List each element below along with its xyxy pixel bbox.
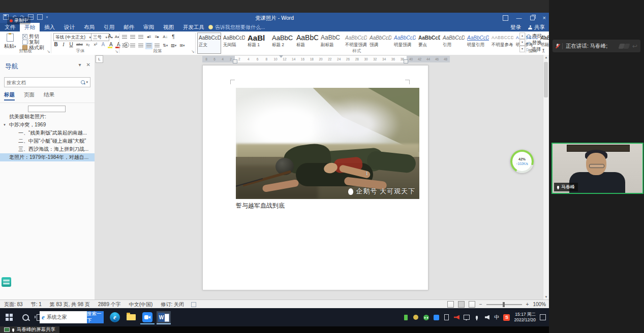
nav-tab[interactable]: 结果 [44,91,54,101]
floating-notes-widget[interactable] [2,277,11,287]
restore-button[interactable] [530,16,535,20]
style-item[interactable]: AaBbCcD 明显引用 [466,32,489,54]
nav-tab[interactable]: 页面 [24,91,35,101]
tell-me-box[interactable]: 告诉我您想要做什么... [208,23,265,31]
search-dropdown-icon[interactable]: ▾ [86,80,88,84]
ribbon-tab[interactable]: 布局 [79,23,99,31]
replace-button[interactable]: ab替换 [527,40,545,46]
nav-close-icon[interactable]: ✕ [86,62,90,68]
zoom-level[interactable]: 100% [533,302,546,307]
accelerator-ball[interactable]: 42% ↑102K/s [510,150,534,173]
status-item[interactable]: 页面: 83 [4,301,23,308]
gallery-up-icon[interactable]: ▴ [519,32,525,39]
sort-icon[interactable]: A↓ [163,34,168,40]
text-effects-icon[interactable]: A [101,42,106,48]
grow-font-icon[interactable]: A▴ [108,34,113,40]
panel-flag-icon[interactable] [623,44,630,49]
style-item[interactable]: AaBbCcD 引用 [441,32,465,54]
security-tray-icon[interactable] [413,314,419,320]
ribbon-tab[interactable]: 邮件 [119,23,139,31]
borders-icon[interactable]: ⊞▾ [179,43,185,49]
style-item[interactable]: AaBbC 标题 [295,32,319,54]
status-item[interactable]: 中文(中国) [129,301,153,308]
paragraph-dialog-launcher-icon[interactable]: ↘ [191,49,195,54]
search-widget-box[interactable]: e 系统之家 [40,311,87,323]
ribbon-display-options-icon[interactable] [503,15,508,21]
proofing-icon[interactable] [191,302,196,307]
italic-button[interactable]: I [61,42,66,48]
outline-item[interactable]: 一、“残美剩饭”武装起的南越... [0,129,95,137]
scroll-up-icon[interactable]: ▲ [543,56,549,59]
updater-tray-icon[interactable] [423,314,429,320]
bullets-icon[interactable] [122,35,127,40]
close-button[interactable]: × [543,15,546,21]
style-item[interactable]: AaBbCcD 要点 [417,32,441,54]
action-center-icon[interactable] [540,314,546,320]
scrollbar-thumb[interactable] [544,62,548,97]
display-tray-icon[interactable] [464,314,470,320]
news-search-widget[interactable]: e 系统之家 搜索一下 [40,311,104,323]
search-icon[interactable] [81,80,85,84]
web-layout-icon[interactable] [469,301,475,308]
font-dialog-launcher-icon[interactable]: ↘ [115,49,118,54]
font-color-button[interactable]: A [116,42,121,48]
style-item[interactable]: AaBbC 标题 2 [270,32,294,54]
align-center-icon[interactable] [130,44,135,48]
status-item[interactable]: 第 83 页, 共 98 页 [50,301,90,308]
style-item[interactable]: AaBbCcDd 无间隔 [222,32,246,54]
reply-arrow-icon[interactable]: ↩ [632,44,637,49]
style-item[interactable]: AaBl 标题 1 [246,32,270,54]
first-line-indent-marker[interactable] [279,55,283,58]
nav-options-icon[interactable]: ▾ [79,62,81,68]
strikethrough-button[interactable]: abc [76,42,83,48]
status-item[interactable]: 修订: 关闭 [161,301,184,308]
print-layout-icon[interactable] [458,301,465,308]
ribbon-tab[interactable]: 开发工具 [178,23,209,31]
ribbon-tab[interactable]: 审阅 [139,23,159,31]
outline-item[interactable]: 二、中国“小艇”碰上南越“大舰” [0,137,95,145]
meeting-tray-icon[interactable] [433,314,439,320]
nav-search-input[interactable] [5,80,81,85]
paste-button[interactable]: 粘贴▾ [4,34,16,50]
superscript-button[interactable]: x² [93,42,98,48]
document-page[interactable]: I 企鹅号 大可观天下 誓与越军血战到底 [202,65,428,290]
tab-stop-selector[interactable]: L [96,55,103,63]
tencent-meeting-icon[interactable] [140,311,155,324]
ribbon-tab[interactable]: 设计 [59,23,79,31]
nav-tab[interactable]: 标题 [4,91,15,101]
search-widget-button[interactable]: 搜索一下 [87,311,104,323]
share-button[interactable]: 共享 [528,24,545,31]
start-button[interactable] [2,311,16,323]
zoom-slider[interactable] [486,304,522,305]
ribbon-tab[interactable]: 引用 [99,23,119,31]
edge-icon[interactable]: e [108,311,122,323]
show-marks-icon[interactable]: ¶ [171,34,176,40]
increase-indent-icon[interactable]: ≡▸ [155,34,160,40]
underline-button[interactable]: U [69,42,74,48]
gallery-down-icon[interactable]: ▾ [519,39,525,46]
align-left-icon[interactable] [122,44,127,48]
multilevel-list-icon[interactable] [138,35,143,40]
outline-item[interactable]: 老照片：1979年-1984年，对越自... [0,153,95,161]
taskbar-search-icon[interactable] [18,311,33,323]
style-item[interactable]: AaBbCcDd 正文 [197,32,221,54]
read-mode-icon[interactable] [447,301,454,308]
find-button[interactable]: 查找▾ [527,33,545,40]
right-indent-marker[interactable] [404,59,408,63]
sogou-input-icon[interactable]: S [503,314,510,321]
outline-item[interactable]: 三、西沙海战：海上拼刺刀战... [0,145,95,153]
speaker-tray-icon[interactable] [484,314,490,320]
document-scrollbar[interactable]: ▲ ▼ [543,55,549,299]
participant-video[interactable]: 马春峰 [551,143,643,194]
font-size-combo[interactable]: 三号▾ [91,33,109,41]
file-explorer-icon[interactable] [124,311,138,323]
signin-button[interactable]: 登录 [510,24,521,31]
word-taskbar-icon[interactable]: W [157,311,171,324]
outline-item[interactable]: 抗美援朝老照片: [0,113,95,121]
collapse-ribbon-icon[interactable]: ∧ [542,49,545,54]
ribbon-tab[interactable]: 视图 [159,23,178,31]
subscript-button[interactable]: x₂ [85,42,90,48]
usb-tray-icon[interactable] [443,314,449,320]
status-item[interactable]: 2889 个字 [98,301,121,308]
outline-item[interactable] [0,105,95,113]
